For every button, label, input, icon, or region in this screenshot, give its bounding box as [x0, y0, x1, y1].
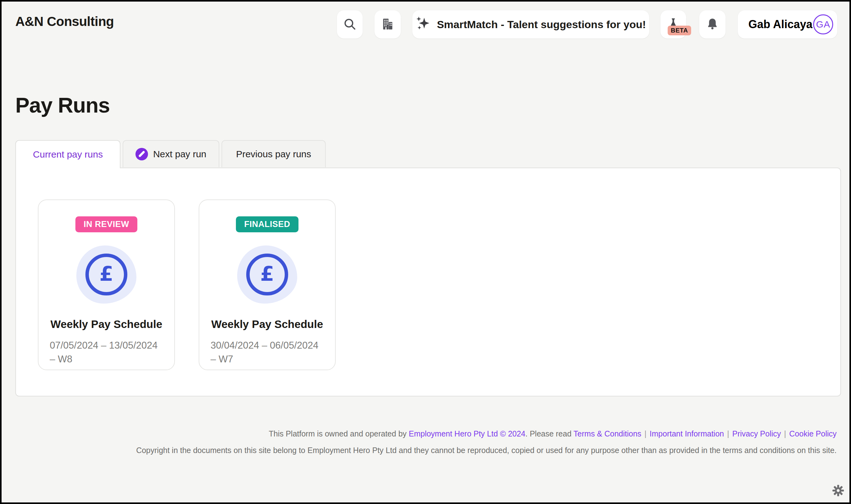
- notifications-button[interactable]: [699, 10, 726, 38]
- important-info-link[interactable]: Important Information: [649, 429, 724, 438]
- pay-period: 30/04/2024 – 06/05/2024 – W7: [211, 339, 324, 366]
- footer-line1: This Platform is owned and operated by E…: [95, 426, 837, 442]
- page-title: Pay Runs: [15, 93, 110, 117]
- pay-schedule-title: Weekly Pay Schedule: [38, 318, 174, 330]
- profile-button[interactable]: Gab Alicaya GA: [738, 10, 837, 38]
- status-badge: FINALISED: [236, 216, 298, 232]
- building-icon: [380, 17, 395, 32]
- search-button[interactable]: [337, 10, 363, 38]
- sparkles-icon: [416, 16, 430, 33]
- employment-hero-link[interactable]: Employment Hero Pty Ltd © 2024: [409, 429, 525, 438]
- separator: |: [644, 429, 647, 438]
- tab-current-pay-runs[interactable]: Current pay runs: [15, 140, 120, 168]
- footer-line2: Copyright in the documents on this site …: [95, 442, 837, 459]
- pay-schedule-title: Weekly Pay Schedule: [199, 318, 335, 330]
- smartmatch-banner-button[interactable]: SmartMatch - Talent suggestions for you!: [412, 10, 649, 38]
- avatar: GA: [813, 14, 833, 34]
- page: A&N Consulting: [0, 0, 851, 504]
- tab-label: Previous pay runs: [236, 149, 311, 160]
- company-brand: A&N Consulting: [15, 14, 114, 29]
- footer: This Platform is owned and operated by E…: [95, 426, 837, 459]
- cookie-link[interactable]: Cookie Policy: [789, 429, 837, 438]
- pay-run-card[interactable]: FINALISED £ Weekly Pay Schedule 30/04/20…: [199, 199, 336, 370]
- terms-link[interactable]: Terms & Conditions: [573, 429, 641, 438]
- beta-badge: BETA: [668, 25, 691, 35]
- pound-icon: £: [237, 246, 297, 304]
- status-badge: IN REVIEW: [75, 216, 137, 232]
- search-icon: [343, 17, 357, 32]
- tab-label: Current pay runs: [33, 149, 103, 160]
- separator: |: [727, 429, 729, 438]
- smartmatch-label: SmartMatch - Talent suggestions for you!: [437, 18, 646, 31]
- pay-period: 07/05/2024 – 13/05/2024 – W8: [50, 339, 163, 366]
- company-switcher-button[interactable]: [375, 10, 401, 38]
- user-name: Gab Alicaya: [748, 18, 813, 31]
- pound-icon: £: [76, 246, 136, 304]
- edit-circle-icon: [136, 148, 148, 160]
- privacy-link[interactable]: Privacy Policy: [732, 429, 781, 438]
- tab-previous-pay-runs[interactable]: Previous pay runs: [222, 140, 326, 167]
- settings-gear-icon[interactable]: [832, 484, 845, 497]
- tab-label: Next pay run: [153, 149, 206, 160]
- labs-button[interactable]: BETA: [660, 10, 686, 38]
- bell-icon: [706, 17, 719, 32]
- pay-run-card[interactable]: IN REVIEW £ Weekly Pay Schedule 07/05/20…: [38, 199, 175, 370]
- separator: |: [784, 429, 786, 438]
- tab-next-pay-run[interactable]: Next pay run: [123, 140, 219, 167]
